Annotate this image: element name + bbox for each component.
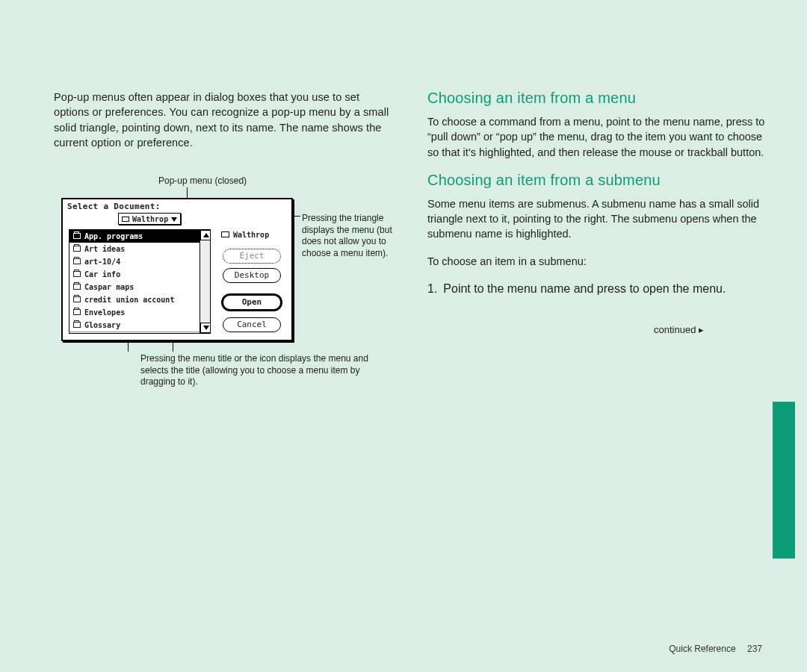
scrollbar[interactable] <box>200 230 210 333</box>
disk-icon <box>122 217 129 222</box>
folder-icon <box>73 309 81 315</box>
folder-icon <box>73 258 81 264</box>
list-item[interactable]: JH as writer <box>69 332 200 333</box>
step-text: Point to the menu name and press to open… <box>443 281 726 297</box>
popup-menu-figure: Pop-up menu (closed) Select a Document: … <box>54 180 398 441</box>
list-item[interactable]: Art ideas <box>69 243 200 255</box>
drive-label: Walthrop <box>221 231 269 239</box>
disk-icon <box>221 231 229 237</box>
cancel-button[interactable]: Cancel <box>223 317 281 332</box>
folder-icon <box>73 246 81 252</box>
step-number: 1. <box>427 281 437 297</box>
folder-icon <box>73 322 81 328</box>
step-1: 1. Point to the menu name and press to o… <box>427 281 771 297</box>
submenu-lead-in: To choose an item in a submenu: <box>427 254 771 269</box>
select-document-dialog: Select a Document: Walthrop App. program… <box>61 198 293 341</box>
list-item[interactable]: Caspar maps <box>69 281 200 293</box>
folder-icon <box>73 296 81 302</box>
triangle-down-icon <box>171 217 177 222</box>
footer-section: Quick Reference <box>669 644 735 654</box>
section-tab-marker <box>773 402 795 559</box>
list-item[interactable]: Car info <box>69 268 200 281</box>
popup-menu-closed[interactable]: Walthrop <box>118 213 181 225</box>
heading-choose-menu: Choosing an item from a menu <box>427 90 771 107</box>
folder-icon <box>73 271 81 277</box>
list-item[interactable]: Envelopes <box>69 306 200 319</box>
caption-menutitle: Pressing the menu title or the icon disp… <box>140 353 372 388</box>
scroll-up-icon[interactable] <box>200 230 211 240</box>
document-listbox[interactable]: App. programs Art ideas art-10/4 Car inf… <box>69 229 211 334</box>
folder-icon <box>73 284 81 290</box>
list-item[interactable]: art-10/4 <box>69 255 200 268</box>
desktop-button[interactable]: Desktop <box>223 268 281 283</box>
list-item[interactable]: Glossary <box>69 319 200 332</box>
heading-choose-submenu: Choosing an item from a submenu <box>427 172 771 189</box>
popup-intro-paragraph: Pop-up menus often appear in dialog boxe… <box>54 90 398 150</box>
popup-label: Walthrop <box>132 215 168 223</box>
paragraph-choose-submenu: Some menu items are submenus. A submenu … <box>427 196 771 242</box>
list-item[interactable]: App. programs <box>69 230 200 243</box>
page-footer: Quick Reference 237 <box>669 644 762 654</box>
open-button[interactable]: Open <box>223 295 281 310</box>
caption-triangle: Pressing the triangle displays the menu … <box>302 213 399 259</box>
caption-popup-closed: Pop-up menu (closed) <box>158 175 247 186</box>
list-item[interactable]: credit union account <box>69 293 200 306</box>
scroll-down-icon[interactable] <box>200 323 211 333</box>
eject-button: Eject <box>223 249 281 264</box>
footer-page-number: 237 <box>747 644 762 654</box>
paragraph-choose-menu: To choose a command from a menu, point t… <box>427 114 771 160</box>
continued-indicator: continued ▸ <box>427 324 771 335</box>
folder-icon <box>73 233 81 239</box>
dialog-title: Select a Document: <box>63 199 291 213</box>
